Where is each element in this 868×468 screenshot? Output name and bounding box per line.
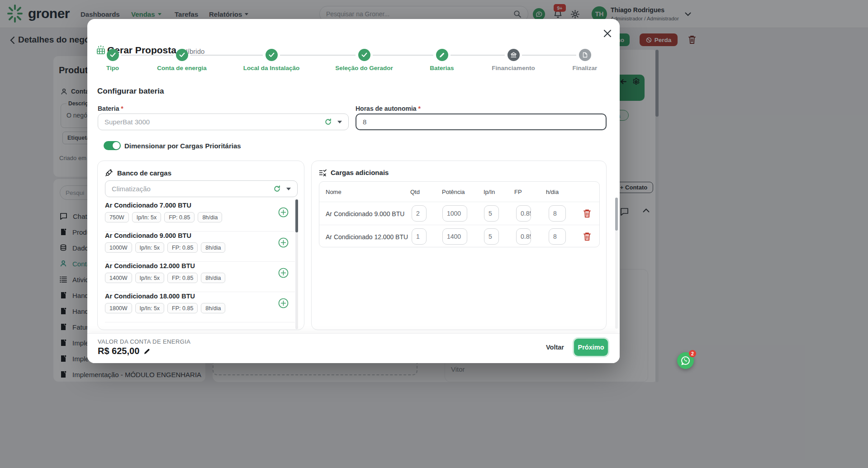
check-icon — [176, 49, 188, 61]
refresh-icon[interactable] — [273, 185, 281, 193]
load-chip: FP: 0.85 — [167, 242, 198, 253]
check-icon — [107, 49, 119, 61]
load-chip: 1000W — [105, 242, 132, 253]
modal-footer: VALOR DA CONTA DE ENERGIA R$ 625,00 Volt… — [87, 333, 620, 363]
load-chip: Ip/In: 5x — [135, 242, 164, 253]
step-baterias[interactable]: Baterias — [403, 49, 480, 71]
bank-filter-value[interactable] — [112, 185, 268, 193]
row-name: Ar Condicionado 9.000 BTU — [326, 210, 404, 217]
add-load-icon[interactable] — [278, 207, 289, 217]
step-selecao-do-gerador[interactable]: Seleção do Gerador — [326, 49, 403, 71]
load-item: Ar Condicionado 7.000 BTU 750W Ip/In: 5x… — [105, 202, 288, 222]
autonomy-field[interactable] — [356, 113, 607, 130]
potencia-input[interactable] — [442, 228, 467, 245]
bank-panel-header: Banco de cargas — [105, 169, 171, 177]
back-button[interactable]: Voltar — [546, 344, 564, 351]
check-icon — [358, 49, 370, 61]
step-financiamento[interactable]: Financiamento — [475, 49, 552, 71]
bank-icon — [508, 49, 520, 61]
additional-loads-panel: Cargas adicionais Nome Qtd Potência Ip/I… — [311, 161, 607, 330]
step-tipo[interactable]: Tipo — [87, 49, 151, 71]
bank-list-scrollbar[interactable] — [295, 199, 298, 329]
next-button[interactable]: Próximo — [574, 339, 608, 356]
additional-panel-header: Cargas adicionais — [319, 169, 389, 176]
col-hdia: h/dia — [546, 189, 559, 195]
ipin-input[interactable] — [484, 228, 499, 245]
modal-scrollbar-thumb[interactable] — [615, 198, 618, 231]
table-divider — [319, 202, 599, 202]
list-divider — [105, 231, 295, 232]
gerar-proposta-modal: Gerar Proposta Híbrido Tipo Conta de ene… — [87, 19, 620, 363]
whatsapp-icon — [680, 355, 691, 366]
col-fp: FP — [514, 189, 522, 195]
toggle-knob — [113, 142, 120, 149]
row-name: Ar Condicionado 12.000 BTU — [326, 233, 408, 241]
autonomy-label: Horas de autonomia * — [356, 105, 421, 112]
load-chip: FP: 0.85 — [164, 212, 194, 222]
add-load-icon[interactable] — [278, 237, 289, 248]
load-item: Ar Condicionado 12.000 BTU 1400W Ip/In: … — [105, 262, 288, 283]
battery-select[interactable] — [98, 113, 349, 130]
battery-select-value[interactable] — [104, 118, 319, 126]
load-chip: FP: 0.85 — [167, 303, 198, 313]
ipin-input[interactable] — [484, 205, 499, 222]
checklist-icon — [319, 169, 327, 176]
load-chip: 1400W — [105, 273, 132, 283]
priority-loads-label: Dimensionar por Cargas Prioritárias — [124, 142, 241, 150]
list-divider — [105, 322, 295, 322]
list-divider — [105, 292, 295, 292]
qtd-input[interactable] — [412, 228, 427, 245]
step-conta-de-energia[interactable]: Conta de energia — [143, 49, 220, 71]
additional-loads-table: Nome Qtd Potência Ip/In FP h/dia Ar Cond… — [319, 181, 600, 247]
chevron-down-icon[interactable] — [337, 121, 342, 123]
modal-scrollbar[interactable] — [615, 198, 618, 329]
energy-bill-value: R$ 625,00 — [98, 346, 150, 356]
whatsapp-badge: 2 — [689, 350, 696, 357]
refresh-icon[interactable] — [324, 118, 332, 126]
chevron-down-icon[interactable] — [286, 188, 291, 190]
add-load-icon[interactable] — [278, 298, 289, 308]
add-load-icon[interactable] — [278, 268, 289, 278]
col-nome: Nome — [326, 189, 342, 195]
check-icon — [266, 49, 278, 61]
bank-list-scrollbar-thumb[interactable] — [295, 199, 298, 232]
col-ipin: Ip/In — [484, 189, 495, 195]
load-chip: Ip/In: 5x — [132, 212, 161, 222]
hdia-input[interactable] — [549, 205, 566, 222]
load-item: Ar Condicionado 18.000 BTU 1800W Ip/In: … — [105, 293, 288, 313]
fp-input[interactable] — [516, 205, 531, 222]
qtd-input[interactable] — [412, 205, 427, 222]
plug-icon — [105, 169, 113, 177]
autonomy-input[interactable] — [363, 118, 599, 126]
step-finalizar[interactable]: Finalizar — [546, 49, 620, 71]
load-chip: FP: 0.85 — [167, 273, 198, 283]
hdia-input[interactable] — [549, 228, 566, 245]
battery-label: Bateria * — [98, 105, 123, 112]
load-chip: 1800W — [105, 303, 132, 313]
load-chip: 750W — [105, 212, 129, 222]
load-chip: 8h/dia — [198, 212, 222, 222]
fp-input[interactable] — [516, 228, 531, 245]
load-chip: 8h/dia — [201, 242, 225, 253]
list-divider — [105, 261, 295, 262]
potencia-input[interactable] — [442, 205, 467, 222]
trash-icon[interactable] — [583, 209, 591, 218]
priority-loads-toggle[interactable] — [104, 141, 121, 150]
document-icon — [579, 49, 591, 61]
col-potencia: Potência — [442, 189, 465, 195]
load-chip: 8h/dia — [201, 303, 225, 313]
edit-pencil-icon[interactable] — [144, 348, 150, 355]
trash-icon[interactable] — [583, 232, 591, 241]
close-icon[interactable] — [602, 28, 613, 39]
load-chip: Ip/In: 5x — [135, 303, 164, 313]
required-asterisk: * — [119, 105, 123, 112]
load-chip: 8h/dia — [201, 273, 225, 283]
section-title: Configurar bateria — [97, 87, 164, 96]
step-local-da-instalacao[interactable]: Local da Instalação — [233, 49, 310, 71]
required-asterisk: * — [417, 105, 421, 112]
bank-filter-select[interactable] — [105, 180, 298, 197]
energy-bill-label: VALOR DA CONTA DE ENERGIA — [98, 338, 190, 345]
bank-of-loads-panel: Banco de cargas Ar Condicionado 7.000 BT… — [97, 161, 304, 330]
load-chip: Ip/In: 5x — [135, 273, 164, 283]
load-item: Ar Condicionado 9.000 BTU 1000W Ip/In: 5… — [105, 232, 288, 253]
